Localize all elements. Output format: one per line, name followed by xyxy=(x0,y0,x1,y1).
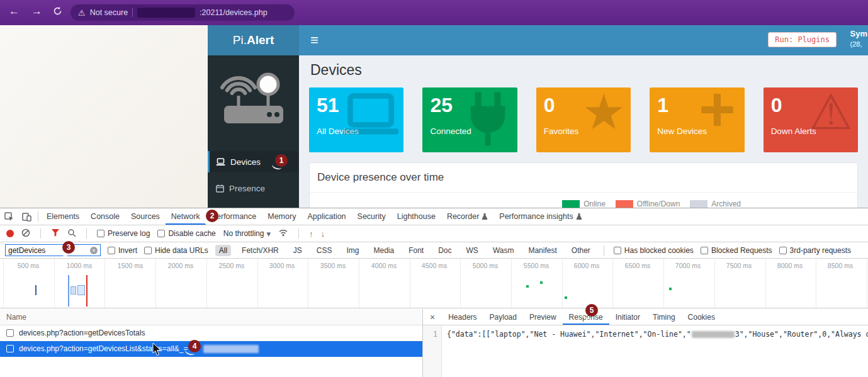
filter-type-other[interactable]: Other xyxy=(568,245,594,256)
user-sub: (28, xyxy=(850,40,867,48)
close-icon[interactable]: × xyxy=(423,309,442,325)
not-secure-warning-icon: ⚠ xyxy=(78,8,86,18)
stat-cards: 51 All Devices 25 Connected xyxy=(309,87,858,152)
timeline-label: 4500 ms xyxy=(422,262,447,269)
filter-type-all[interactable]: All xyxy=(215,245,231,256)
filter-type-manifest[interactable]: Manifest xyxy=(524,245,560,256)
filter-type-js[interactable]: JS xyxy=(290,245,306,256)
resp-tab-preview[interactable]: Preview xyxy=(523,309,563,325)
checkbox-box[interactable] xyxy=(6,345,14,352)
experimental-flask-icon xyxy=(482,213,488,220)
response-body[interactable]: 1 {"data":[["laptop","Net - Huawei","Int… xyxy=(423,325,868,377)
stat-card-favorites[interactable]: 0 Favorites ★ xyxy=(536,87,631,152)
resp-tab-cookies[interactable]: Cookies xyxy=(682,309,721,325)
filter-type-media[interactable]: Media xyxy=(369,245,398,256)
request-row[interactable]: devices.php?action=getDevicesTotals xyxy=(0,325,422,341)
tab-memory[interactable]: Memory xyxy=(262,208,302,225)
tab-security[interactable]: Security xyxy=(352,208,392,225)
filter-type-ws[interactable]: WS xyxy=(463,245,482,256)
devtools-panel: Elements Console Sources Network Perform… xyxy=(0,208,868,377)
network-overview[interactable]: 500 ms 1000 ms 1500 ms 2000 ms 2500 ms 3… xyxy=(0,259,868,308)
invert-checkbox[interactable]: Invert xyxy=(108,246,137,255)
filter-type-font[interactable]: Font xyxy=(405,245,427,256)
tab-network[interactable]: Network xyxy=(166,208,206,225)
stat-card-all-devices[interactable]: 51 All Devices xyxy=(309,87,403,152)
sidebar-item-presence[interactable]: Presence xyxy=(208,177,299,199)
tab-label: Network xyxy=(171,212,200,221)
request-row-selected[interactable]: devices.php?action=getDevicesList&status… xyxy=(0,341,422,357)
brand-pre: Pi. xyxy=(233,33,247,47)
tab-lighthouse[interactable]: Lighthouse xyxy=(392,208,441,225)
checkbox-box xyxy=(779,247,787,254)
import-har-icon[interactable]: ↑ xyxy=(309,229,313,239)
filter-type-img[interactable]: Img xyxy=(342,245,363,256)
address-bar[interactable]: ⚠ Not secure :20211/devices.php xyxy=(70,4,295,21)
clear-filter-icon[interactable]: × xyxy=(90,247,98,254)
divider xyxy=(86,228,87,239)
sidebar-item-label: Presence xyxy=(229,184,265,193)
export-har-icon[interactable]: ↓ xyxy=(320,229,325,239)
stat-card-new-devices[interactable]: 1 New Devices + xyxy=(650,87,744,152)
tab-console[interactable]: Console xyxy=(85,208,125,225)
network-conditions-icon[interactable] xyxy=(278,228,288,239)
reload-icon[interactable] xyxy=(53,6,62,19)
checkbox-box[interactable] xyxy=(6,329,14,337)
tab-recorder[interactable]: Recorder xyxy=(441,208,493,225)
hide-data-urls-checkbox[interactable]: Hide data URLs xyxy=(144,246,208,255)
has-blocked-cookies-checkbox[interactable]: Has blocked cookies xyxy=(614,246,694,255)
redacted-query-value xyxy=(203,345,259,353)
line-number-gutter: 1 xyxy=(423,325,442,377)
tab-performance-insights[interactable]: Performance insights xyxy=(493,208,587,225)
menu-toggle-icon[interactable]: ≡ xyxy=(310,32,318,48)
checkbox-box xyxy=(144,247,152,254)
stat-card-connected[interactable]: 25 Connected xyxy=(422,87,517,152)
checkbox-label: Preserve log xyxy=(108,229,150,238)
device-toolbar-icon[interactable] xyxy=(18,208,35,225)
stat-card-down-alerts[interactable]: 0 Down Alerts ⚠ xyxy=(764,87,858,152)
warning-icon: ⚠ xyxy=(809,87,853,137)
inspect-element-icon[interactable] xyxy=(0,208,18,225)
requests-table: Name devices.php?action=getDevicesTotals… xyxy=(0,309,423,377)
tab-label: Security xyxy=(358,212,386,221)
third-party-requests-checkbox[interactable]: 3rd-party requests xyxy=(779,246,851,255)
filter-type-css[interactable]: CSS xyxy=(313,245,336,256)
resp-tab-timing[interactable]: Timing xyxy=(646,309,682,325)
filter-type-fetch-xhr[interactable]: Fetch/XHR xyxy=(238,245,283,256)
resp-tab-payload[interactable]: Payload xyxy=(483,309,523,325)
clear-network-log-icon[interactable] xyxy=(21,228,30,239)
filter-type-wasm[interactable]: Wasm xyxy=(489,245,518,256)
throttling-dropdown[interactable]: No throttling ▾ xyxy=(223,229,271,239)
run-plugins-button[interactable]: Run: Plugins xyxy=(768,32,837,47)
timeline-label: 8000 ms xyxy=(777,262,803,269)
legend-swatch xyxy=(690,200,707,208)
blocked-requests-checkbox[interactable]: Blocked Requests xyxy=(701,246,772,255)
record-network-log-icon[interactable] xyxy=(6,230,14,237)
user-info[interactable]: Sym (28, xyxy=(850,29,867,48)
search-icon[interactable] xyxy=(67,228,76,239)
timeline-label: 2000 ms xyxy=(168,262,193,269)
annotation-badge-4: 4 xyxy=(188,340,201,352)
resp-tab-initiator[interactable]: Initiator xyxy=(609,309,646,325)
tab-sources[interactable]: Sources xyxy=(125,208,166,225)
resp-tab-headers[interactable]: Headers xyxy=(442,309,483,325)
tab-elements[interactable]: Elements xyxy=(41,208,85,225)
timeline-label: 3500 ms xyxy=(320,262,346,269)
tab-application[interactable]: Application xyxy=(302,208,351,225)
timeline-label: 6500 ms xyxy=(625,262,650,269)
plus-icon: + xyxy=(699,87,735,140)
waterfall-mark xyxy=(565,296,567,299)
filter-funnel-icon[interactable] xyxy=(51,228,60,239)
timeline-label: 7000 ms xyxy=(675,262,701,269)
preserve-log-checkbox[interactable]: Preserve log xyxy=(97,229,150,238)
filter-input[interactable]: getDevices × xyxy=(5,244,101,256)
back-arrow-icon[interactable]: ← xyxy=(9,5,20,18)
timeline-label: 3000 ms xyxy=(269,262,295,269)
checkbox-box xyxy=(108,247,115,254)
filter-type-doc[interactable]: Doc xyxy=(434,245,455,256)
url-path: :20211/devices.php xyxy=(200,8,268,17)
requests-header[interactable]: Name xyxy=(0,309,422,325)
main-area: ≡ Run: Plugins Sym (28, Devices 51 All D… xyxy=(299,25,868,208)
forward-arrow-icon[interactable]: → xyxy=(31,5,42,18)
disable-cache-checkbox[interactable]: Disable cache xyxy=(157,229,215,238)
laptop-icon xyxy=(341,90,401,145)
